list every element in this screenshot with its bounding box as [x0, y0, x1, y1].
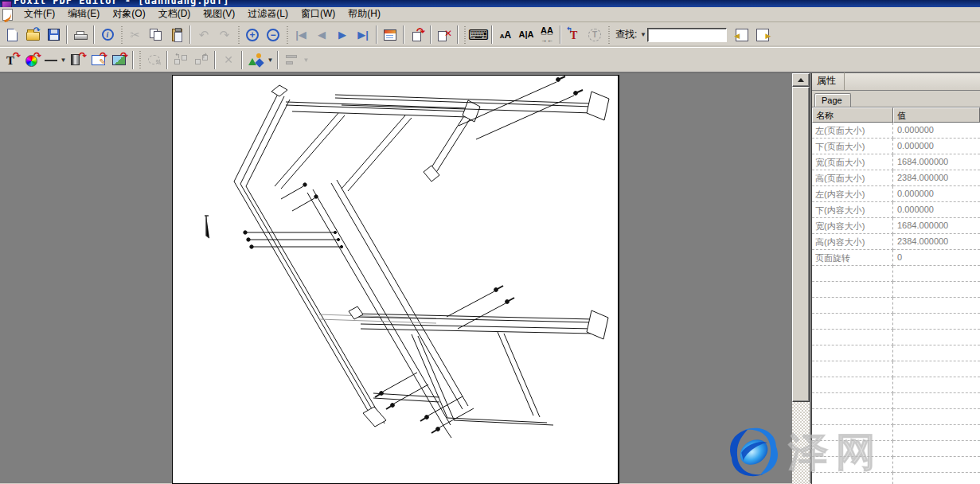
- menu-object[interactable]: 对象(O): [106, 6, 151, 22]
- scroll-up-button[interactable]: [792, 73, 810, 87]
- scrollbar-thumb[interactable]: [792, 87, 810, 402]
- open-file-button[interactable]: [22, 25, 43, 45]
- table-row[interactable]: 左(内容大小)0.000000: [812, 186, 980, 202]
- text-art-button[interactable]: T: [584, 25, 605, 45]
- toolbar-grip[interactable]: [237, 26, 240, 44]
- menu-window[interactable]: 窗口(W): [295, 6, 342, 22]
- paste-button[interactable]: [166, 25, 187, 45]
- menu-document[interactable]: 文档(D): [152, 6, 197, 22]
- delete-object-button[interactable]: ✕: [218, 50, 239, 70]
- print-button[interactable]: [70, 25, 91, 45]
- empty-table-row: [812, 425, 980, 441]
- rotate-page-button[interactable]: ↷: [407, 25, 428, 45]
- cut-button[interactable]: ✂: [125, 25, 146, 45]
- add-color-button[interactable]: ↷: [22, 50, 43, 70]
- document-info-button[interactable]: i: [97, 25, 118, 45]
- align-objects-dropdown[interactable]: ▼: [302, 57, 310, 64]
- menu-edit[interactable]: 编辑(E): [61, 6, 106, 22]
- empty-table-row: [812, 457, 980, 473]
- add-text-object-button[interactable]: T↷: [2, 50, 22, 70]
- menu-view[interactable]: 视图(V): [197, 6, 241, 22]
- empty-table-row: [812, 393, 980, 409]
- edit-image-button[interactable]: ↷: [88, 50, 109, 70]
- menu-file[interactable]: 文件(F): [18, 6, 61, 22]
- redo-button[interactable]: ↷: [214, 25, 235, 45]
- toolbar-grip[interactable]: [286, 26, 288, 44]
- toolbar-objects: T↷ ↷ ▼ ↷ ↷ ↷ ✕ ▼ ▼: [0, 48, 980, 72]
- table-row[interactable]: 高(内容大小)2384.000000: [812, 234, 980, 250]
- shape-objects-button[interactable]: [245, 50, 266, 70]
- column-value-header: 值: [893, 107, 980, 123]
- tab-page[interactable]: Page: [814, 93, 851, 107]
- redo-icon: ↷: [220, 29, 230, 41]
- edit-path-button[interactable]: [143, 50, 164, 70]
- table-row[interactable]: 左(页面大小)0.000000: [812, 123, 980, 139]
- line-style-dropdown[interactable]: ▼: [59, 57, 68, 64]
- document-icon[interactable]: [2, 9, 13, 21]
- find-previous-button[interactable]: [732, 25, 752, 45]
- virtual-keyboard-button[interactable]: ⌨: [468, 25, 489, 45]
- prev-page-button[interactable]: ◀: [311, 25, 332, 45]
- find-dropdown-arrow[interactable]: ▼: [638, 31, 647, 38]
- zoom-in-button[interactable]: +: [242, 25, 263, 45]
- window-title: Foxit PDF Editor - [danhuang.pdf]: [14, 0, 229, 6]
- replace-font-button[interactable]: AA: [495, 25, 516, 45]
- panel-tab-row: Page: [812, 91, 980, 107]
- print-icon: [74, 31, 88, 41]
- separator: [277, 51, 279, 69]
- delete-page-button[interactable]: ✕: [434, 25, 455, 45]
- table-row[interactable]: 下(内容大小)0.000000: [812, 202, 980, 218]
- line-style-button[interactable]: [43, 50, 59, 70]
- first-page-button[interactable]: |◀: [291, 25, 311, 45]
- properties-title: 属性: [812, 72, 845, 90]
- char-scale-button[interactable]: A̲A̲→←: [537, 25, 557, 45]
- scrollbar-track[interactable]: [792, 402, 810, 484]
- group-backward-button[interactable]: [170, 50, 191, 70]
- add-shading-button[interactable]: ↷: [68, 50, 88, 70]
- add-image-button[interactable]: ↷: [109, 50, 130, 70]
- save-button[interactable]: [43, 25, 64, 45]
- separator: [93, 25, 95, 44]
- workspace: 属性 Page 名称 值 左(页面大小)0.000000 下(页面大小)0.00…: [0, 72, 980, 483]
- group-forward-icon: [195, 55, 208, 64]
- toolbar-grip[interactable]: [120, 26, 123, 44]
- undo-button[interactable]: ↶: [193, 25, 214, 45]
- separator: [189, 25, 191, 44]
- table-row[interactable]: 页面旋转0: [812, 250, 980, 266]
- char-scale-icon: A̲A̲→←: [541, 26, 553, 44]
- zoom-in-icon: +: [246, 29, 259, 41]
- table-row[interactable]: 宽(内容大小)1684.000000: [812, 218, 980, 234]
- info-icon: i: [102, 29, 114, 41]
- pdf-page[interactable]: [172, 75, 619, 484]
- table-row[interactable]: 下(页面大小)0.000000: [812, 139, 980, 154]
- new-file-icon: [7, 29, 18, 41]
- toolbar-grip[interactable]: [607, 26, 610, 44]
- insert-text-button[interactable]: ↰T: [564, 25, 584, 45]
- table-row[interactable]: 宽(页面大小)1684.000000: [812, 154, 980, 170]
- lasso-icon: [148, 55, 160, 64]
- page-layout-button[interactable]: [380, 25, 400, 45]
- properties-panel: 属性 Page 名称 值 左(页面大小)0.000000 下(页面大小)0.00…: [811, 73, 980, 484]
- find-next-button[interactable]: [752, 25, 773, 45]
- next-page-button[interactable]: ▶: [332, 25, 353, 45]
- char-spacing-button[interactable]: A|A: [516, 25, 537, 45]
- toolbar-grip[interactable]: [463, 26, 466, 44]
- empty-table-row: [812, 330, 980, 345]
- group-forward-button[interactable]: [191, 50, 212, 70]
- save-icon: [48, 29, 60, 41]
- keyboard-icon: ⌨: [468, 28, 489, 42]
- shape-objects-dropdown[interactable]: ▼: [266, 57, 275, 64]
- last-page-button[interactable]: ▶|: [353, 25, 373, 45]
- empty-table-row: [812, 361, 980, 377]
- toolbar-main: i ✂ ↶ ↷ + − |◀ ◀ ▶ ▶| ↷ ✕ ⌨ AA A|A A̲A̲→…: [0, 22, 980, 48]
- zoom-out-button[interactable]: −: [263, 25, 283, 45]
- find-input[interactable]: [647, 28, 727, 42]
- align-objects-button[interactable]: [281, 50, 302, 70]
- arrow-up-icon: [798, 78, 804, 82]
- toolbar-grip[interactable]: [139, 51, 141, 68]
- table-row[interactable]: 高(页面大小)2384.000000: [812, 170, 980, 186]
- menu-filter[interactable]: 过滤器(L): [241, 6, 295, 22]
- new-file-button[interactable]: [2, 25, 22, 45]
- copy-button[interactable]: [146, 25, 166, 45]
- menu-help[interactable]: 帮助(H): [342, 6, 387, 22]
